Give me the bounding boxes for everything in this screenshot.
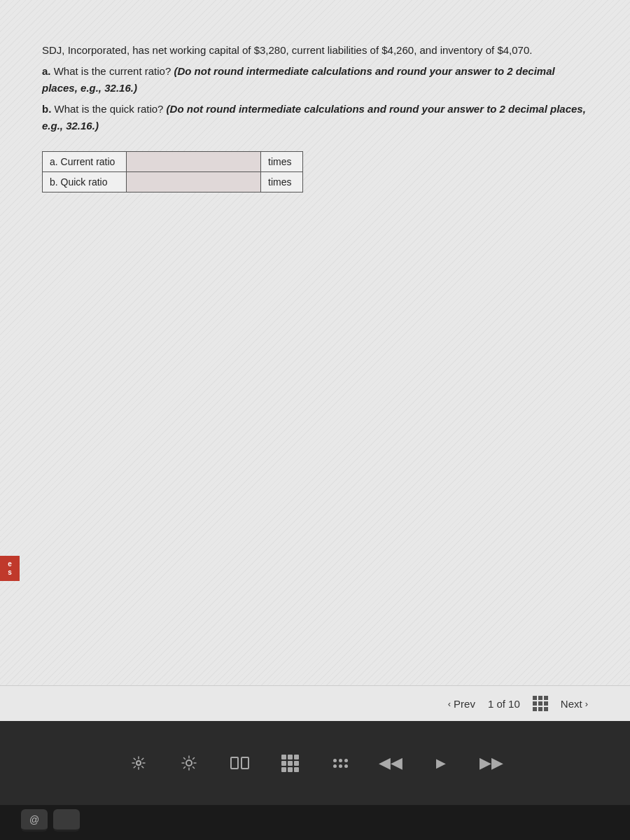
row-a-input-cell[interactable] bbox=[127, 152, 261, 172]
row-a-label: a. Current ratio bbox=[43, 152, 127, 172]
quick-ratio-input[interactable] bbox=[127, 172, 260, 192]
part-a-label: a. bbox=[42, 65, 51, 77]
taskbar-dots-icon[interactable] bbox=[326, 749, 354, 777]
part-a-text: a. What is the current ratio? (Do not ro… bbox=[42, 63, 588, 97]
key-blank1[interactable] bbox=[53, 809, 80, 832]
row-a-unit: times bbox=[261, 152, 303, 172]
table-row: a. Current ratio times bbox=[43, 152, 303, 172]
part-b-question: What is the quick ratio? bbox=[55, 103, 167, 115]
navigation-bar: ‹ Prev 1 of 10 Next › bbox=[0, 685, 630, 721]
row-b-unit: times bbox=[261, 172, 303, 192]
problem-intro: SDJ, Incorporated, has net working capit… bbox=[42, 42, 588, 59]
key-at[interactable]: @ bbox=[21, 809, 48, 832]
taskbar-window-icon[interactable] bbox=[225, 749, 253, 777]
taskbar: ◀◀ ▶ ▶▶ bbox=[0, 721, 630, 805]
taskbar-play-icon[interactable]: ▶ bbox=[427, 749, 455, 777]
prev-chevron-icon: ‹ bbox=[448, 699, 451, 709]
next-button[interactable]: Next › bbox=[561, 698, 588, 710]
svg-point-1 bbox=[186, 760, 192, 766]
part-b-text: b. What is the quick ratio? (Do not roun… bbox=[42, 101, 588, 134]
answer-table: a. Current ratio times b. Quick ratio ti… bbox=[42, 151, 303, 192]
taskbar-grid-icon[interactable] bbox=[276, 749, 304, 777]
current-ratio-input[interactable] bbox=[127, 152, 260, 172]
tab-text-s: s bbox=[8, 568, 12, 577]
taskbar-brightness-icon[interactable] bbox=[175, 749, 203, 777]
taskbar-skip-icon[interactable]: ▶▶ bbox=[477, 749, 505, 777]
part-a-question: What is the current ratio? bbox=[54, 65, 174, 77]
row-b-label: b. Quick ratio bbox=[43, 172, 127, 192]
next-chevron-icon: › bbox=[585, 699, 588, 709]
problem-statement: SDJ, Incorporated, has net working capit… bbox=[42, 42, 588, 134]
taskbar-settings-icon[interactable] bbox=[125, 749, 153, 777]
svg-point-0 bbox=[136, 761, 141, 765]
tab-text-e: e bbox=[8, 560, 12, 568]
content-area: SDJ, Incorporated, has net working capit… bbox=[0, 0, 630, 685]
next-label: Next bbox=[561, 698, 582, 710]
grid-menu-icon[interactable] bbox=[533, 696, 548, 711]
page-info: 1 of 10 bbox=[488, 698, 520, 710]
prev-label: Prev bbox=[454, 698, 475, 710]
prev-button[interactable]: ‹ Prev bbox=[448, 698, 475, 710]
taskbar-rewind-icon[interactable]: ◀◀ bbox=[377, 749, 405, 777]
part-b-label: b. bbox=[42, 103, 51, 115]
left-edge-tab: e s bbox=[0, 556, 20, 581]
row-b-input-cell[interactable] bbox=[127, 172, 261, 192]
keyboard-row: @ bbox=[0, 805, 630, 840]
table-row: b. Quick ratio times bbox=[43, 172, 303, 192]
